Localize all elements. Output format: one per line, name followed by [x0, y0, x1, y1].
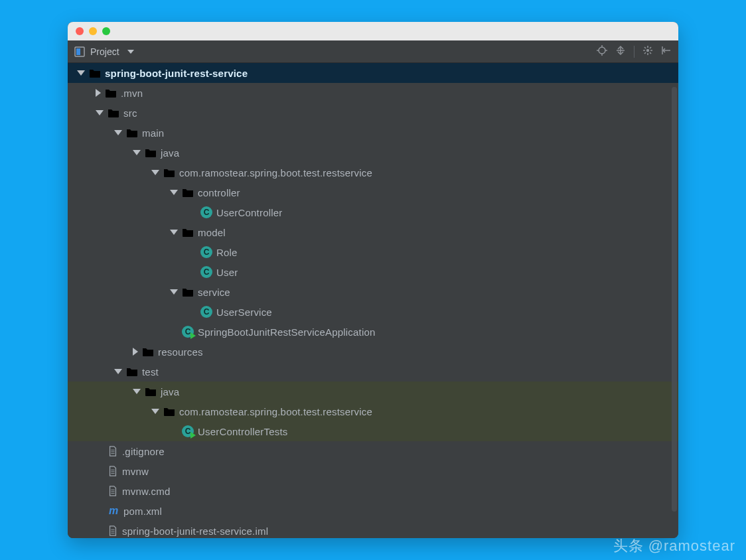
project-icon: [74, 46, 85, 57]
tree-row[interactable]: model: [68, 222, 678, 242]
tree-row[interactable]: spring-boot-junit-rest-service: [68, 63, 678, 83]
svg-line-14: [644, 47, 646, 48]
watermark-text: 头条 @ramostear: [613, 537, 735, 554]
tree-row[interactable]: resources: [68, 342, 678, 362]
tree-item-label: test: [142, 366, 159, 378]
source-folder-icon: [145, 147, 157, 159]
tree-item-label: service: [198, 287, 230, 298]
tree-row[interactable]: java: [68, 143, 678, 163]
arrow-spacer: [96, 447, 104, 455]
tree-item-label: resources: [158, 346, 203, 358]
tree-item-label: com.ramostear.spring.boot.test.restservi…: [179, 167, 372, 178]
svg-line-17: [650, 47, 651, 48]
tree-item-label: UserControllerTests: [198, 426, 288, 437]
tree-row[interactable]: controller: [68, 182, 678, 202]
chevron-down-icon[interactable]: [77, 70, 85, 76]
tree-row[interactable]: test: [68, 362, 678, 382]
module-icon: [89, 67, 101, 79]
tree-item-label: java: [161, 386, 179, 397]
runnable-class-icon: C: [182, 326, 194, 338]
tree-row[interactable]: CRole: [68, 242, 678, 262]
chevron-down-icon[interactable]: [133, 389, 141, 394]
resources-folder-icon: [142, 346, 154, 358]
arrow-spacer: [96, 527, 104, 535]
tree-row[interactable]: mpom.xml: [68, 501, 678, 521]
runnable-class-icon: C: [182, 425, 194, 437]
tree-row[interactable]: mvnw: [68, 461, 678, 481]
tree-item-label: SpringBootJunitRestServiceApplication: [198, 326, 376, 338]
source-folder-icon: [145, 385, 157, 397]
tree-row[interactable]: CUser: [68, 262, 678, 282]
collapse-icon[interactable]: [661, 45, 672, 58]
chevron-down-icon[interactable]: [114, 369, 122, 374]
tree-row[interactable]: CUserService: [68, 302, 678, 322]
svg-point-2: [599, 47, 605, 54]
folder-icon: [105, 87, 117, 99]
tree-row[interactable]: java: [68, 382, 678, 401]
arrow-spacer: [96, 487, 104, 495]
tree-item-label: UserController: [216, 207, 283, 218]
autoscroll-icon[interactable]: [615, 45, 626, 58]
arrow-spacer: [170, 427, 178, 435]
class-icon: C: [200, 266, 212, 278]
project-tree-wrap: spring-boot-junit-rest-service.mvnsrcmai…: [68, 63, 678, 538]
chevron-down-icon[interactable]: [96, 110, 104, 115]
close-icon[interactable]: [76, 27, 84, 35]
arrow-spacer: [96, 507, 104, 515]
tree-row[interactable]: CUserControllerTests: [68, 421, 678, 441]
tree-row[interactable]: .mvn: [68, 83, 678, 103]
tree-row[interactable]: com.ramostear.spring.boot.test.restservi…: [68, 401, 678, 421]
arrow-spacer: [170, 328, 178, 336]
mac-titlebar: [68, 22, 678, 40]
tree-item-label: mvnw.cmd: [122, 486, 170, 497]
chevron-right-icon[interactable]: [96, 89, 101, 97]
tree-row[interactable]: CUserController: [68, 202, 678, 222]
tree-item-label: controller: [198, 187, 240, 198]
chevron-down-icon[interactable]: [133, 150, 141, 155]
project-selector[interactable]: Project: [74, 46, 134, 57]
tree-row[interactable]: spring-boot-junit-rest-service.iml: [68, 521, 678, 538]
project-title: Project: [90, 46, 119, 57]
tree-row[interactable]: .gitignore: [68, 441, 678, 461]
target-icon[interactable]: [597, 45, 607, 58]
tree-item-label: UserService: [216, 307, 272, 318]
minimize-icon[interactable]: [89, 27, 97, 35]
chevron-right-icon[interactable]: [133, 348, 138, 356]
arrow-spacer: [188, 208, 196, 216]
tree-item-label: .mvn: [121, 88, 143, 99]
svg-line-15: [650, 52, 651, 54]
ide-window: Project spring-boot-junit-rest-service.m…: [68, 22, 678, 538]
tree-row[interactable]: CSpringBootJunitRestServiceApplication: [68, 322, 678, 342]
arrow-spacer: [188, 248, 196, 256]
chevron-down-icon[interactable]: [170, 289, 178, 295]
scrollbar[interactable]: [672, 87, 677, 512]
tree-item-label: pom.xml: [123, 506, 162, 517]
chevron-down-icon[interactable]: [151, 409, 159, 414]
tree-row[interactable]: mvnw.cmd: [68, 481, 678, 501]
gear-icon[interactable]: [642, 45, 653, 58]
folder-icon: [126, 127, 138, 139]
watermark: 头条 @ramostear: [609, 536, 735, 556]
svg-line-16: [644, 52, 646, 54]
file-icon: [108, 486, 118, 496]
tree-item-label: mvnw: [122, 466, 149, 477]
class-icon: C: [200, 206, 212, 218]
tree-item-label: User: [216, 267, 238, 278]
tree-item-label: src: [123, 107, 137, 119]
chevron-down-icon[interactable]: [170, 190, 178, 195]
file-icon: [108, 446, 118, 456]
caret-down-icon: [127, 50, 134, 54]
chevron-down-icon[interactable]: [151, 170, 159, 175]
project-tree[interactable]: spring-boot-junit-rest-service.mvnsrcmai…: [68, 63, 678, 538]
tree-row[interactable]: src: [68, 103, 678, 123]
tree-item-label: java: [161, 147, 179, 159]
chevron-down-icon[interactable]: [114, 130, 122, 135]
file-icon: [108, 466, 118, 476]
tree-item-label: main: [142, 127, 164, 139]
tree-row[interactable]: com.ramostear.spring.boot.test.restservi…: [68, 163, 678, 182]
tree-row[interactable]: main: [68, 123, 678, 143]
tree-row[interactable]: service: [68, 282, 678, 302]
arrow-spacer: [96, 467, 104, 475]
zoom-icon[interactable]: [102, 27, 110, 35]
chevron-down-icon[interactable]: [170, 230, 178, 235]
